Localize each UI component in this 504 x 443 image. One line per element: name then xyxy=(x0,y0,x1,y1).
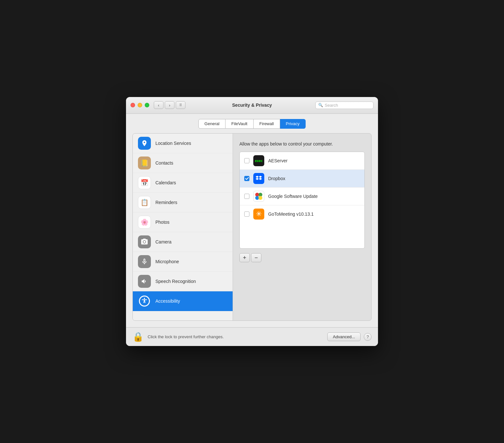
close-button[interactable] xyxy=(131,103,135,107)
sidebar-item-reminders[interactable]: 📋 Reminders xyxy=(133,193,233,212)
bottom-bar: 🔒 Click the lock to prevent further chan… xyxy=(126,327,378,346)
back-button[interactable]: ‹ xyxy=(154,101,163,109)
advanced-button[interactable]: Advanced... xyxy=(327,332,361,341)
action-buttons: + − xyxy=(239,253,365,262)
main-content: Allow the apps below to control your com… xyxy=(233,134,371,320)
sidebar-label-accessibility: Accessibility xyxy=(155,298,180,304)
sidebar-label-microphone: Microphone xyxy=(155,259,179,264)
reminders-icon: 📋 xyxy=(138,196,151,209)
tab-filevault[interactable]: FileVault xyxy=(226,119,254,129)
gotomeeting-name: GoToMeeting v10.13.1 xyxy=(268,211,314,217)
google-icon xyxy=(253,191,264,202)
accessibility-icon xyxy=(138,295,151,308)
contacts-icon: 📒 xyxy=(138,157,151,169)
app-row-aeserver: exec AEServer xyxy=(240,152,364,170)
sidebar-label-location: Location Services xyxy=(155,141,191,146)
sidebar-item-photos[interactable]: 🌸 Photos xyxy=(133,212,233,232)
sidebar-label-speech: Speech Recognition xyxy=(155,279,196,284)
dropbox-name: Dropbox xyxy=(268,176,285,181)
minimize-button[interactable] xyxy=(138,103,142,107)
maximize-button[interactable] xyxy=(145,103,149,107)
app-row-google: Google Software Update xyxy=(240,188,364,205)
sidebar-item-speech[interactable]: Speech Recognition xyxy=(133,272,233,291)
sidebar-item-accessibility[interactable]: Accessibility xyxy=(133,291,233,311)
sidebar-label-calendars: Calendars xyxy=(155,180,176,185)
traffic-lights xyxy=(131,103,149,107)
app-list: exec AEServer Dropbox xyxy=(239,152,365,249)
sidebar-label-contacts: Contacts xyxy=(155,160,173,166)
titlebar: ‹ › ⠿ Security & Privacy 🔍 xyxy=(126,97,378,114)
content-area: Location Services 📒 Contacts 📅 Calendars… xyxy=(126,133,378,327)
sidebar-label-photos: Photos xyxy=(155,220,170,225)
tab-privacy[interactable]: Privacy xyxy=(280,119,306,129)
sidebar-item-location[interactable]: Location Services xyxy=(133,134,233,153)
sidebar-item-camera[interactable]: Camera xyxy=(133,232,233,252)
tab-general[interactable]: General xyxy=(198,119,226,129)
gotomeeting-checkbox[interactable] xyxy=(244,211,249,217)
sidebar-item-microphone[interactable]: Microphone xyxy=(133,252,233,272)
aeserver-icon: exec xyxy=(253,155,264,166)
tabs-bar: General FileVault Firewall Privacy xyxy=(126,114,378,133)
aeserver-name: AEServer xyxy=(268,158,288,163)
remove-app-button[interactable]: − xyxy=(251,253,261,262)
app-row-gotomeeting: ✳ GoToMeeting v10.13.1 xyxy=(240,205,364,223)
lock-icon[interactable]: 🔒 xyxy=(132,331,144,342)
nav-buttons: ‹ › xyxy=(154,101,174,109)
sidebar: Location Services 📒 Contacts 📅 Calendars… xyxy=(133,134,233,320)
grid-button[interactable]: ⠿ xyxy=(176,101,185,109)
panel: Location Services 📒 Contacts 📅 Calendars… xyxy=(132,133,372,321)
location-icon xyxy=(138,137,151,150)
google-checkbox[interactable] xyxy=(244,194,249,199)
add-app-button[interactable]: + xyxy=(239,253,250,262)
dropbox-icon xyxy=(253,173,264,184)
photos-icon: 🌸 xyxy=(138,216,151,229)
app-row-dropbox: Dropbox xyxy=(240,170,364,188)
calendars-icon: 📅 xyxy=(138,176,151,189)
window: ‹ › ⠿ Security & Privacy 🔍 General FileV… xyxy=(126,97,378,346)
sidebar-label-camera: Camera xyxy=(155,239,172,244)
camera-icon xyxy=(138,235,151,248)
search-icon: 🔍 xyxy=(318,103,323,107)
lock-text: Click the lock to prevent further change… xyxy=(148,334,327,339)
google-name: Google Software Update xyxy=(268,194,318,199)
speech-icon xyxy=(138,275,151,288)
window-title: Security & Privacy xyxy=(232,103,272,108)
dropbox-checkbox[interactable] xyxy=(244,176,249,181)
aeserver-checkbox[interactable] xyxy=(244,158,249,163)
sidebar-item-calendars[interactable]: 📅 Calendars xyxy=(133,173,233,193)
search-input[interactable] xyxy=(325,103,371,108)
microphone-icon xyxy=(138,255,151,268)
sidebar-item-contacts[interactable]: 📒 Contacts xyxy=(133,153,233,173)
search-box[interactable]: 🔍 xyxy=(315,102,373,109)
svg-point-4 xyxy=(258,196,262,200)
tab-firewall[interactable]: Firewall xyxy=(254,119,280,129)
sidebar-label-reminders: Reminders xyxy=(155,200,177,205)
help-button[interactable]: ? xyxy=(364,333,372,341)
forward-button[interactable]: › xyxy=(165,101,174,109)
gotomeeting-icon: ✳ xyxy=(253,209,264,220)
content-description: Allow the apps below to control your com… xyxy=(239,141,365,146)
svg-point-0 xyxy=(144,298,145,299)
